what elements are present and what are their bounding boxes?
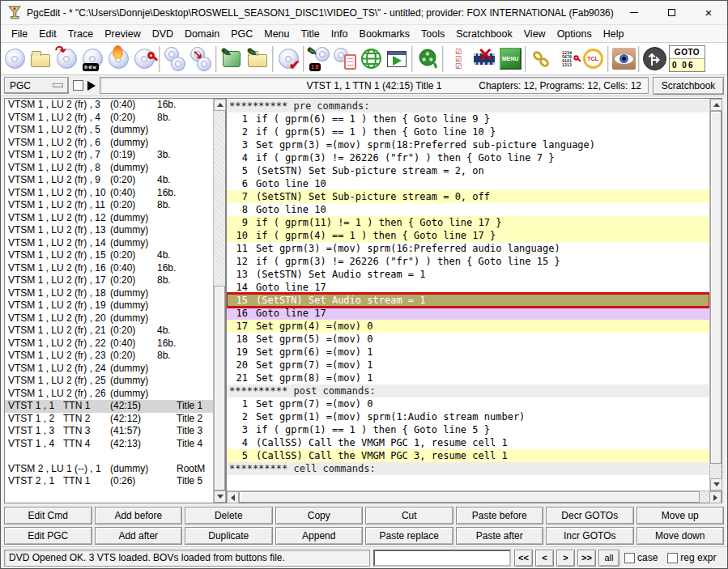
command-row[interactable]: 2if ( gprm(5) == 1 ) then { Goto line 10… [227, 125, 709, 138]
pgc-list-row[interactable]: VTSM 1 , LU 2 (fr) , 18(dummy) [5, 287, 213, 300]
menu-options[interactable]: Options [551, 27, 598, 41]
menu-domain[interactable]: Domain [179, 27, 225, 41]
menu-info[interactable]: Info [326, 27, 354, 41]
move-down-button[interactable]: Move down [636, 527, 725, 545]
command-row[interactable]: 2Set gprm(1) =(mov) sprm(1:Audio stream … [227, 410, 709, 423]
pgc-list-row[interactable]: VTSM 1 , LU 2 (fr) , 22(0:40)16b. [5, 338, 213, 350]
command-row[interactable]: 3Set gprm(3) =(mov) sprm(18:Preferred su… [227, 138, 709, 151]
pgc-list-row[interactable]: VTSM 1 , LU 2 (fr) , 17(0:20)8b. [5, 274, 213, 287]
command-row[interactable]: 14Goto line 17 [227, 281, 709, 294]
menu-pgc[interactable]: PGC [225, 27, 258, 41]
reopen-dvd-icon[interactable]: ↷ [53, 45, 79, 74]
pgc-list-row[interactable]: VTSM 1 , LU 2 (fr) , 19(dummy) [5, 299, 213, 312]
cut-button[interactable]: Cut [365, 507, 453, 524]
paste-replace-button[interactable]: Paste replace [365, 527, 453, 545]
chain-link-icon[interactable] [528, 45, 554, 74]
last-match-button[interactable]: >> [577, 550, 596, 567]
pgc-list-row[interactable]: VTSM 1 , LU 2 (fr) , 6(dummy) [5, 137, 213, 150]
pgc-list-row[interactable]: VTSM 1 , LU 2 (fr) , 21(0:20)4b. [5, 325, 213, 338]
verify-dvd-icon[interactable]: ✔ [275, 45, 301, 74]
scroll-trough[interactable] [239, 491, 709, 503]
scroll-down-button[interactable] [214, 490, 226, 503]
command-row[interactable]: 7(SetSTN) Set Sub-picture stream = 0, of… [227, 190, 709, 203]
command-row[interactable]: 6Goto line 10 [227, 177, 709, 190]
menu-tools[interactable]: Tools [415, 27, 450, 41]
pgc-list-row[interactable]: VTSM 1 , LU 2 (fr) , 7(0:19)3b. [5, 149, 213, 162]
append-button[interactable]: Append [275, 527, 364, 545]
pgc-list-row[interactable]: VTSM 1 , LU 2 (fr) , 24(dummy) [5, 363, 213, 376]
scroll-up-button[interactable] [214, 99, 226, 111]
checklist-icon[interactable]: ☑☑☑ [445, 45, 471, 74]
pgc-bar-checkbox[interactable] [73, 80, 83, 91]
command-row[interactable]: 1Set gprm(7) =(mov) 0 [227, 397, 709, 410]
command-row[interactable]: 13(SetSTN) Set Audio stream = 1 [227, 268, 709, 281]
scroll-up-button[interactable] [710, 99, 722, 111]
case-checkbox[interactable] [624, 553, 635, 563]
command-row[interactable]: 1if ( gprm(6) == 1 ) then { Goto line 9 … [227, 113, 709, 125]
command-row[interactable]: 16Goto line 17 [227, 307, 709, 320]
move-dvd-icon[interactable]: ↘ [188, 45, 214, 74]
scroll-thumb[interactable] [214, 286, 225, 490]
pgc-list-row[interactable]: VTSM 1 , LU 2 (fr) , 20(dummy) [5, 312, 213, 325]
pgc-list-row[interactable]: VTSM 1 , LU 2 (fr) , 16(0:40)16b. [5, 262, 213, 275]
film-reel-icon[interactable] [415, 45, 441, 74]
scroll-trough[interactable] [214, 111, 225, 490]
pgc-list-row[interactable]: VTST 1 , 2TTN 2(42:12)Title 2 [5, 413, 213, 426]
reg-expr-checkbox[interactable] [667, 553, 678, 563]
scroll-left-button[interactable] [227, 491, 239, 503]
pgc-list-row[interactable]: VTSM 1 , LU 2 (fr) , 8(dummy) [5, 162, 213, 175]
incr-gotos-button[interactable]: Incr GOTOs [546, 527, 634, 545]
pgc-list-row[interactable]: VTSM 1 , LU 2 (fr) , 15(0:20)4b. [5, 249, 213, 262]
command-row[interactable]: 12if ( gprm(3) != 26226 ("fr") ) then { … [227, 255, 709, 268]
command-row[interactable]: 21Set gprm(8) =(mov) 1 [227, 372, 709, 384]
pgc-list-row[interactable]: VTSM 1 , LU 2 (fr) , 11(0:20)8b. [5, 199, 213, 212]
kill-playback-icon[interactable]: ✕ [471, 45, 497, 74]
scroll-down-button[interactable] [710, 478, 722, 490]
pgc-list-row[interactable]: VTSM 1 , LU 2 (fr) , 26(dummy) [5, 388, 213, 401]
prev-match-button[interactable]: < [535, 550, 554, 567]
command-row[interactable]: 19Set gprm(6) =(mov) 1 [227, 346, 709, 359]
command-row[interactable]: 15(SetSTN) Set Audio stream = 1 [227, 294, 709, 307]
scratchbook-button[interactable]: Scratchbook [653, 77, 724, 95]
eye-preview-icon[interactable] [611, 45, 636, 74]
menu-bookmarks[interactable]: Bookmarks [354, 27, 416, 41]
menu-button-icon[interactable]: MENU [497, 45, 523, 74]
duplicate-button[interactable]: Duplicate [185, 527, 273, 545]
command-row[interactable]: 4(CallSS) Call the VMGM PGC 1, resume ce… [227, 436, 709, 449]
pgc-list-row[interactable]: VTSM 1 , LU 2 (fr) , 10(0:40)16b. [5, 187, 213, 200]
pgc-list-row[interactable]: VTSM 1 , LU 2 (fr) , 23(0:20)8b. [5, 350, 213, 363]
pgc-list-row[interactable]: VTSM 1 , LU 2 (fr) , 25(dummy) [5, 375, 213, 388]
command-row[interactable]: 5(SetSTN) Set Sub-picture stream = 2, on [227, 164, 709, 177]
paste-before-button[interactable]: Paste before [456, 507, 544, 524]
pgc-list-vscrollbar[interactable] [213, 99, 225, 503]
all-matches-button[interactable]: all [598, 550, 619, 567]
pgc-list-row[interactable]: VTST 1 , 4TTN 4(42:13)Title 4 [5, 438, 213, 451]
command-row[interactable]: 10if ( gprm(4) == 1 ) then { Goto line 1… [227, 229, 709, 242]
menu-help[interactable]: Help [598, 27, 630, 41]
pgc-list-row[interactable]: VTSM 1 , LU 2 (fr) , 14(dummy) [5, 237, 213, 250]
menu-dvd[interactable]: DVD [147, 27, 179, 41]
move-up-button[interactable]: Move up [636, 507, 725, 524]
command-row[interactable]: 4if ( gprm(3) != 26226 ("fr") ) then { G… [227, 151, 709, 164]
play-table-icon[interactable] [384, 45, 410, 74]
goto-nav-icon[interactable] [641, 45, 667, 74]
scroll-thumb[interactable] [710, 111, 722, 464]
menu-preview[interactable]: Preview [99, 27, 146, 41]
play-pgc-icon[interactable] [87, 81, 96, 91]
pgc-list-row[interactable]: VTSM 2 , LU 1 (--) , 1(dummy)RootM [5, 463, 213, 476]
decr-gotos-button[interactable]: Decr GOTOs [546, 507, 634, 524]
new-dvd-icon[interactable]: new [79, 45, 105, 74]
tcl-console-icon[interactable]: TCL [580, 45, 606, 74]
minimize-button[interactable] [615, 1, 653, 24]
edit-folder-icon[interactable]: ✎ [245, 45, 270, 74]
menu-scratchbook[interactable]: Scratchbook [450, 27, 517, 41]
pgc-list-row[interactable]: VTST 2 , 1TTN 1(0:26)Title 5 [5, 475, 213, 488]
pgc-list-row[interactable]: VTSM 1 , LU 2 (fr) , 3(0:40)16b. [5, 99, 213, 112]
command-row[interactable]: 5(CallSS) Call the VMGM PGC 3, resume ce… [227, 449, 709, 462]
open-dvd-icon[interactable] [2, 45, 28, 74]
pgc-list-row[interactable]: VTSM 1 , LU 2 (fr) , 9(0:20)4b. [5, 174, 213, 187]
menu-menu[interactable]: Menu [258, 27, 295, 41]
number-search-icon[interactable]: 1234567891011213 [554, 45, 580, 74]
command-row[interactable]: 17Set gprm(4) =(mov) 0 [227, 320, 709, 333]
command-row[interactable]: 9if ( gprm(11) != 1 ) then { Goto line 1… [227, 216, 709, 229]
